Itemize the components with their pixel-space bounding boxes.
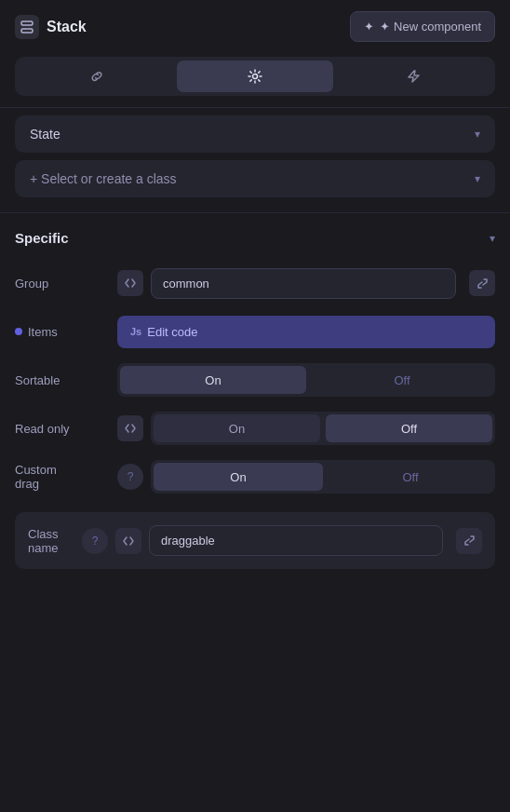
class-selector[interactable]: + Select or create a class ▾ — [15, 160, 495, 197]
class-name-help-button[interactable]: ? — [82, 528, 108, 554]
read-only-unlink-button[interactable] — [117, 415, 143, 441]
class-selector-chevron-icon: ▾ — [475, 172, 480, 185]
svg-rect-0 — [21, 21, 33, 25]
new-component-button[interactable]: ✦ ✦ New component — [350, 11, 495, 42]
class-selector-label: + Select or create a class — [30, 171, 177, 186]
class-name-help-icon: ? — [92, 535, 99, 548]
group-expand-button[interactable] — [469, 270, 495, 296]
read-only-label: Read only — [15, 422, 117, 436]
items-control: Js Edit code — [117, 316, 495, 348]
group-control — [117, 268, 495, 299]
edit-code-label: Edit code — [147, 325, 197, 339]
header-left: Stack — [15, 15, 87, 39]
custom-drag-off-option[interactable]: Off — [326, 460, 495, 494]
state-dropdown[interactable]: State ▾ — [15, 115, 495, 153]
class-name-input[interactable] — [149, 525, 443, 556]
page-title: Stack — [47, 19, 87, 35]
items-dot-indicator — [15, 328, 22, 335]
state-chevron-icon: ▾ — [475, 128, 480, 141]
custom-drag-control: ? On Off — [117, 460, 495, 494]
help-icon: ? — [128, 470, 134, 483]
read-only-property-row: Read only On Off — [0, 404, 510, 453]
state-label: State — [30, 127, 60, 142]
read-only-control: On Off — [117, 412, 495, 445]
class-name-expand-button[interactable] — [456, 528, 482, 554]
svg-rect-1 — [21, 29, 33, 33]
sortable-on-option[interactable]: On — [120, 366, 306, 394]
class-name-unlink-button[interactable] — [115, 528, 141, 554]
specific-title: Specific — [15, 230, 69, 246]
sortable-off-option[interactable]: Off — [309, 363, 495, 397]
class-name-label: Classname — [28, 527, 74, 555]
specific-chevron-icon: ▾ — [490, 232, 495, 245]
sortable-toggle[interactable]: On Off — [117, 363, 495, 397]
read-only-toggle[interactable]: On Off — [151, 412, 495, 445]
new-component-label: ✦ New component — [380, 20, 481, 34]
custom-drag-label: Custom drag — [15, 463, 117, 491]
sortable-control: On Off — [117, 363, 495, 397]
tab-bar — [15, 57, 495, 96]
custom-drag-on-option[interactable]: On — [154, 463, 323, 491]
tab-link[interactable] — [19, 61, 175, 92]
sortable-label: Sortable — [15, 373, 117, 387]
custom-drag-toggle[interactable]: On Off — [151, 460, 495, 494]
group-property-row: Group — [0, 259, 510, 307]
edit-code-button[interactable]: Js Edit code — [117, 316, 495, 348]
read-only-off-option[interactable]: Off — [326, 414, 492, 442]
js-badge: Js — [130, 326, 141, 337]
specific-section-header[interactable]: Specific ▾ — [0, 221, 510, 259]
tab-settings[interactable] — [177, 61, 333, 92]
group-unlink-button[interactable] — [117, 270, 143, 296]
custom-drag-property-row: Custom drag ? On Off — [0, 453, 510, 501]
items-label: Items — [15, 325, 117, 339]
items-property-row: Items Js Edit code — [0, 307, 510, 356]
svg-point-2 — [253, 74, 258, 79]
header: Stack ✦ ✦ New component — [0, 0, 510, 53]
custom-drag-help-button[interactable]: ? — [117, 464, 143, 490]
class-name-row: Classname ? — [15, 512, 495, 569]
read-only-on-option[interactable]: On — [154, 414, 320, 442]
group-input[interactable] — [151, 268, 456, 299]
tab-lightning[interactable] — [335, 61, 491, 92]
sortable-property-row: Sortable On Off — [0, 356, 510, 404]
stack-icon — [15, 15, 39, 39]
group-label: Group — [15, 277, 117, 291]
sparkle-icon: ✦ — [364, 20, 374, 34]
